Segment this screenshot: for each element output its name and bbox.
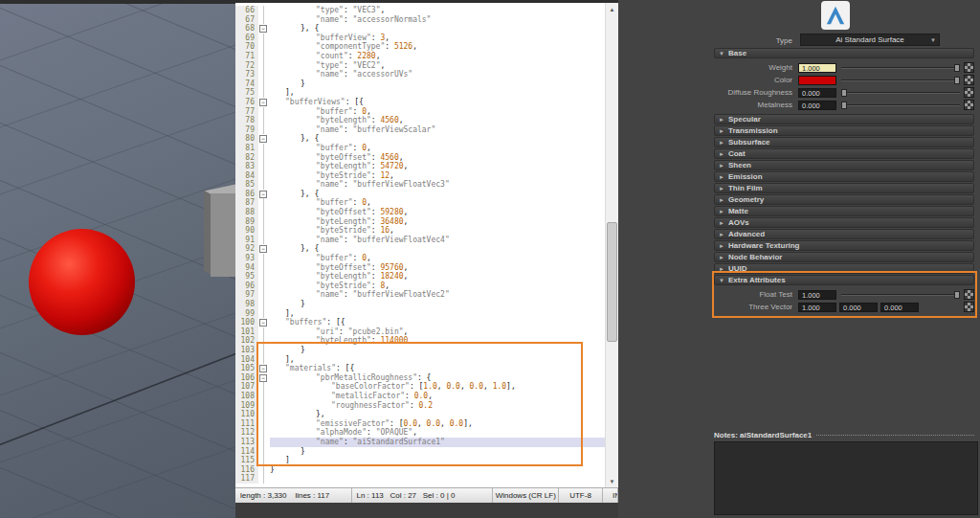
code-line-75[interactable]: 75],	[235, 88, 605, 98]
code-line-113[interactable]: 113"name": "aiStandardSurface1"	[235, 438, 605, 447]
value-field[interactable]: 1.000	[798, 63, 836, 73]
texture-map-button[interactable]	[964, 62, 974, 73]
code-line-103[interactable]: 103}	[235, 346, 605, 355]
scroll-up-button[interactable]: ▲	[606, 3, 618, 15]
code-line-85[interactable]: 85"name": "bufferViewFloatVec3"	[235, 180, 605, 190]
code-line-71[interactable]: 71"count": 2280,	[235, 52, 605, 61]
fold-marker-icon[interactable]: −	[258, 364, 270, 373]
code-line-100[interactable]: 100−"buffers": [{	[235, 318, 605, 327]
vector-value-field[interactable]: 0.000	[880, 303, 919, 312]
status-encoding[interactable]: UTF-8	[559, 488, 603, 503]
fold-marker-icon[interactable]: −	[258, 98, 270, 107]
code-line-72[interactable]: 72"type": "VEC2",	[235, 61, 605, 71]
section-header-aovs[interactable]: ►AOVs	[714, 217, 974, 228]
code-line-84[interactable]: 84"byteStride": 12,	[235, 171, 605, 181]
texture-map-button[interactable]	[964, 100, 974, 110]
code-line-93[interactable]: 93"buffer": 0,	[235, 254, 605, 263]
fold-marker-icon[interactable]: −	[258, 373, 270, 383]
code-line-116[interactable]: 116}	[235, 465, 605, 475]
code-line-87[interactable]: 87"buffer": 0,	[235, 198, 605, 208]
fold-marker-icon[interactable]: −	[258, 134, 270, 144]
code-line-111[interactable]: 111"emissiveFactor": [0.0, 0.0, 0.0],	[235, 419, 605, 429]
status-eol-format[interactable]: Windows (CR LF)	[493, 488, 559, 503]
code-line-101[interactable]: 101"uri": "pcube2.bin",	[235, 327, 605, 337]
code-line-88[interactable]: 88"byteOffset": 59280,	[235, 208, 605, 217]
section-header-base[interactable]: ▼Base	[714, 48, 974, 58]
code-line-89[interactable]: 89"byteLength": 36480,	[235, 217, 605, 227]
scrollbar-thumb[interactable]	[607, 222, 617, 342]
code-line-70[interactable]: 70"componentType": 5126,	[235, 42, 605, 52]
attr-slider[interactable]	[841, 76, 960, 85]
texture-map-button[interactable]	[964, 289, 974, 300]
viewport-3d[interactable]	[0, 0, 235, 518]
section-header-advanced[interactable]: ►Advanced	[714, 229, 974, 239]
code-line-82[interactable]: 82"byteOffset": 4560,	[235, 153, 605, 163]
code-line-68[interactable]: 68−}, {	[235, 24, 605, 34]
type-dropdown[interactable]: Ai Standard Surface ▼	[800, 34, 940, 46]
code-line-76[interactable]: 76−"bufferViews": [{	[235, 98, 605, 107]
code-line-74[interactable]: 74}	[235, 79, 605, 89]
code-line-117[interactable]: 117	[235, 474, 605, 484]
arnold-material-swatch-icon[interactable]	[821, 1, 850, 30]
section-header-emission[interactable]: ►Emission	[714, 171, 974, 182]
scroll-down-button[interactable]: ▼	[606, 475, 618, 487]
section-header-uuid[interactable]: ►UUID	[714, 263, 974, 274]
texture-map-button[interactable]	[964, 75, 974, 85]
code-line-97[interactable]: 97"name": "bufferViewFloatVec2"	[235, 290, 605, 300]
fold-marker-icon[interactable]: −	[258, 190, 270, 199]
code-line-96[interactable]: 96"byteStride": 8,	[235, 282, 605, 291]
value-field[interactable]: 0.000	[798, 101, 836, 110]
code-line-90[interactable]: 90"byteStride": 16,	[235, 226, 605, 236]
code-line-81[interactable]: 81"buffer": 0,	[235, 144, 605, 153]
section-header-node-behavior[interactable]: ►Node Behavior	[714, 252, 974, 262]
scrollbar[interactable]: ▲ ▼	[605, 3, 618, 487]
code-line-66[interactable]: 66"type": "VEC3",	[235, 6, 605, 15]
section-header-transmission[interactable]: ►Transmission	[714, 125, 974, 136]
code-line-80[interactable]: 80−}, {	[235, 134, 605, 144]
vector-value-field[interactable]: 0.000	[839, 303, 878, 312]
code-line-114[interactable]: 114}	[235, 447, 605, 457]
section-header-coat[interactable]: ►Coat	[714, 148, 974, 159]
code-line-109[interactable]: 109"roughnessFactor": 0.2	[235, 401, 605, 411]
code-line-95[interactable]: 95"byteLength": 18240,	[235, 272, 605, 282]
section-header-specular[interactable]: ►Specular	[714, 114, 974, 124]
code-line-104[interactable]: 104],	[235, 355, 605, 365]
code-line-92[interactable]: 92−}, {	[235, 244, 605, 254]
scrollbar-track[interactable]	[606, 15, 618, 475]
code-line-79[interactable]: 79"name": "bufferViewScalar"	[235, 125, 605, 135]
code-line-102[interactable]: 102"byteLength": 114000	[235, 336, 605, 346]
code-line-106[interactable]: 106−"pbrMetallicRoughness": {	[235, 373, 605, 383]
fold-marker-icon[interactable]: −	[258, 244, 270, 254]
code-line-107[interactable]: 107"baseColorFactor": [1.0, 0.0, 0.0, 1.…	[235, 382, 605, 392]
code-line-78[interactable]: 78"byteLength": 4560,	[235, 116, 605, 125]
code-line-110[interactable]: 110},	[235, 410, 605, 419]
code-line-112[interactable]: 112"alphaMode": "OPAQUE",	[235, 428, 605, 438]
texture-map-button[interactable]	[964, 302, 974, 312]
fold-marker-icon[interactable]: −	[258, 24, 270, 34]
section-header-sheen[interactable]: ►Sheen	[714, 160, 974, 170]
attr-slider[interactable]	[841, 88, 960, 98]
code-line-94[interactable]: 94"byteOffset": 95760,	[235, 263, 605, 273]
section-header-hardware-texturing[interactable]: ►Hardware Texturing	[714, 240, 974, 251]
notes-field[interactable]	[714, 441, 978, 515]
section-header-subsurface[interactable]: ►Subsurface	[714, 137, 974, 147]
code-line-67[interactable]: 67"name": "accessorNormals"	[235, 15, 605, 25]
code-line-91[interactable]: 91"name": "bufferViewFloatVec4"	[235, 236, 605, 245]
code-line-77[interactable]: 77"buffer": 0,	[235, 107, 605, 117]
value-field[interactable]: 1.000	[798, 290, 836, 300]
code-line-98[interactable]: 98}	[235, 300, 605, 309]
fold-marker-icon[interactable]: −	[258, 318, 270, 327]
attr-slider[interactable]	[841, 290, 960, 300]
sphere-object[interactable]	[29, 229, 135, 335]
section-header-geometry[interactable]: ►Geometry	[714, 194, 974, 205]
color-swatch[interactable]	[798, 76, 836, 85]
code-line-105[interactable]: 105−"materials": [{	[235, 364, 605, 373]
code-line-86[interactable]: 86−}, {	[235, 190, 605, 199]
attr-slider[interactable]	[841, 101, 960, 110]
code-line-115[interactable]: 115]	[235, 456, 605, 465]
section-header-matte[interactable]: ►Matte	[714, 206, 974, 216]
vector-value-field[interactable]: 1.000	[798, 303, 836, 312]
code-line-69[interactable]: 69"bufferView": 3,	[235, 34, 605, 43]
status-insert-mode[interactable]: IN	[603, 488, 618, 503]
code-line-108[interactable]: 108"metallicFactor": 0.0,	[235, 392, 605, 401]
